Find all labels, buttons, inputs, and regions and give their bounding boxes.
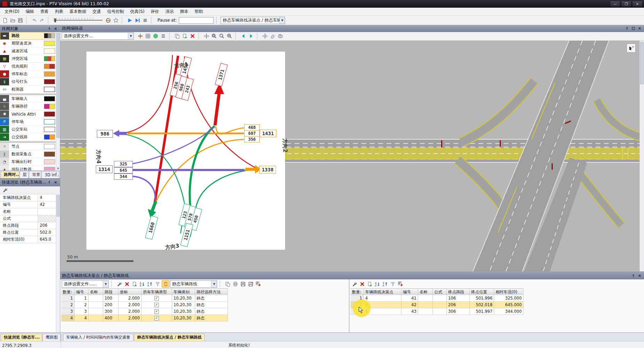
property-row[interactable]: 编号42 bbox=[0, 201, 60, 208]
zoom-area-icon[interactable] bbox=[226, 33, 233, 40]
table-cell[interactable]: 4 bbox=[61, 315, 75, 322]
table-cell[interactable]: 2.000 bbox=[118, 308, 141, 315]
table-cell[interactable]: 501.996 bbox=[470, 295, 494, 302]
network-object-selector[interactable]: 静态车辆路线决策点 / 静态车辆 ▼ bbox=[221, 17, 285, 24]
table-cell[interactable]: 10,20,30 bbox=[172, 295, 195, 302]
column-header[interactable]: 终点位置 bbox=[470, 288, 494, 295]
sidebar-item-road[interactable]: ▬路段 bbox=[0, 32, 60, 40]
zoom-window-icon[interactable] bbox=[210, 33, 217, 40]
table-row[interactable]: 444002.000✓10,20,30静态 bbox=[61, 315, 349, 322]
table-row[interactable]: 1441106501.996325.000 bbox=[351, 295, 644, 302]
table-cell[interactable]: 10,20,30 bbox=[172, 315, 195, 322]
sync-icon[interactable] bbox=[162, 280, 169, 288]
pin-icon[interactable] bbox=[624, 26, 630, 31]
sidebar-tab[interactable]: 背景 bbox=[29, 171, 41, 178]
table-cell[interactable]: 206 bbox=[447, 302, 470, 308]
add-grid-icon[interactable] bbox=[255, 280, 262, 287]
step-icon[interactable] bbox=[134, 17, 141, 24]
property-row[interactable]: 终点路段206 bbox=[0, 222, 60, 229]
table-cell[interactable]: 4 bbox=[364, 295, 401, 302]
pin-icon[interactable] bbox=[47, 26, 52, 31]
sidebar-item-detector[interactable]: ▭检测器 bbox=[0, 86, 60, 93]
column-header[interactable]: 数量: bbox=[351, 288, 364, 295]
table-row[interactable]: 111002.000✓10,20,30静态 bbox=[61, 295, 349, 302]
sidebar-item-vehicle-travel-time[interactable]: ◔车辆出行时 bbox=[0, 158, 60, 166]
column-header[interactable]: 车辆路线决策点 bbox=[364, 288, 401, 295]
table-cell[interactable]: 106 bbox=[447, 295, 470, 302]
table-cell[interactable]: 1 bbox=[351, 295, 364, 302]
wrench-icon[interactable] bbox=[1, 187, 8, 194]
close-icon[interactable] bbox=[637, 26, 642, 31]
filter-icon[interactable] bbox=[154, 280, 161, 287]
close-icon[interactable] bbox=[53, 180, 58, 185]
column-header[interactable]: 数量: bbox=[61, 288, 75, 295]
wrench-icon[interactable] bbox=[116, 280, 123, 287]
table-cell[interactable]: 300 bbox=[103, 308, 118, 315]
sidebar-item-node[interactable]: ✕节点 bbox=[0, 143, 60, 150]
checkbox[interactable]: ✓ bbox=[154, 309, 159, 314]
list-settings-selector[interactable]: 选择设置文件......▼ bbox=[62, 280, 109, 288]
table-cell[interactable] bbox=[433, 295, 447, 302]
column-header[interactable]: 路径选择方法 bbox=[195, 288, 228, 295]
list-panel-tab[interactable]: 车辆输入 / 时间间隔内的车辆交通量 bbox=[63, 334, 133, 341]
menu-item[interactable]: 演示 bbox=[162, 8, 177, 15]
delete-x-icon[interactable] bbox=[359, 280, 366, 287]
pin-icon[interactable] bbox=[47, 180, 52, 185]
list-panel-tab[interactable]: 静态车辆路线决策点 / 静态车辆路线 bbox=[134, 334, 205, 341]
sidebar-tab[interactable]: 路网对... bbox=[1, 171, 19, 178]
property-row[interactable]: 车辆路线决策点4 bbox=[0, 194, 60, 201]
canvas-vertical-scrollbar[interactable] bbox=[639, 41, 644, 272]
table-cell[interactable] bbox=[418, 295, 433, 302]
table-cell[interactable]: 3 bbox=[75, 308, 89, 315]
table-cell[interactable]: 4 bbox=[75, 315, 89, 322]
table-cell[interactable] bbox=[418, 308, 433, 315]
table-cell[interactable]: 静态 bbox=[195, 302, 228, 308]
pin-icon[interactable] bbox=[631, 273, 636, 278]
table-cell[interactable]: 4 bbox=[364, 302, 401, 308]
search-icon[interactable] bbox=[218, 33, 225, 40]
column-header[interactable]: 相对车流(0) bbox=[494, 288, 523, 295]
table-cell[interactable]: 4 bbox=[364, 308, 401, 315]
menu-item[interactable]: 查看 bbox=[37, 8, 52, 15]
table-cell[interactable] bbox=[433, 308, 447, 315]
table-row[interactable]: 333002.000✓10,20,30静态 bbox=[61, 308, 349, 315]
sort-za-icon[interactable]: ZA bbox=[382, 280, 389, 287]
save-as-icon[interactable] bbox=[247, 280, 254, 287]
table-row[interactable]: 2442206502.018645.000 bbox=[351, 302, 644, 308]
save-file-icon[interactable] bbox=[17, 17, 24, 24]
table-cell[interactable]: 1 bbox=[75, 295, 89, 302]
maximize-panel-icon[interactable] bbox=[631, 26, 636, 31]
table-cell[interactable]: 静态 bbox=[195, 315, 228, 322]
menu-item[interactable]: 评价 bbox=[148, 8, 162, 15]
column-header[interactable]: 坐标 bbox=[118, 288, 141, 295]
paste-green-icon[interactable] bbox=[131, 280, 138, 287]
camera-icon[interactable] bbox=[277, 33, 284, 40]
sidebar-item-parking-lot[interactable]: P停车场 bbox=[0, 118, 60, 126]
sidebar-item-stop-sign[interactable]: ●停车标志 bbox=[0, 70, 60, 78]
sidebar-scrollbar[interactable]: ▼ bbox=[56, 32, 60, 170]
menu-item[interactable]: 列表 bbox=[52, 8, 67, 15]
table-cell[interactable]: 344.000 bbox=[494, 308, 523, 315]
sort-az-icon[interactable]: AZ bbox=[374, 280, 381, 287]
property-row[interactable]: 终点位置502.0 bbox=[0, 229, 60, 236]
column-header[interactable]: 路段 bbox=[103, 288, 118, 295]
table-cell[interactable]: 41 bbox=[401, 295, 418, 302]
menu-item[interactable]: 基本数据 bbox=[67, 8, 90, 15]
table-cell[interactable]: 100 bbox=[103, 295, 118, 302]
table-cell[interactable] bbox=[89, 315, 103, 322]
table-cell[interactable] bbox=[433, 302, 447, 308]
sidebar-item-vehicle-route[interactable]: ↳车辆路径 bbox=[0, 103, 60, 110]
paste-green-icon[interactable] bbox=[181, 33, 188, 40]
eraser-icon[interactable] bbox=[269, 33, 276, 40]
sidebar-item-conflict-area[interactable]: ▦冲突区域 bbox=[0, 55, 60, 63]
quick-view-tab[interactable]: 鹰眼图 bbox=[43, 334, 61, 341]
database-icon[interactable] bbox=[232, 280, 239, 287]
new-file-icon[interactable] bbox=[1, 17, 8, 24]
close-icon[interactable] bbox=[53, 26, 58, 31]
redo-icon[interactable] bbox=[38, 17, 45, 24]
delete-x-icon[interactable] bbox=[123, 280, 130, 287]
minimize-button[interactable]: — bbox=[610, 1, 620, 7]
open-file-icon[interactable] bbox=[9, 17, 16, 24]
sidebar-item-queue-counter[interactable]: ▲排队计数器 bbox=[0, 166, 60, 170]
table-cell[interactable]: 10,20,30 bbox=[172, 308, 195, 315]
